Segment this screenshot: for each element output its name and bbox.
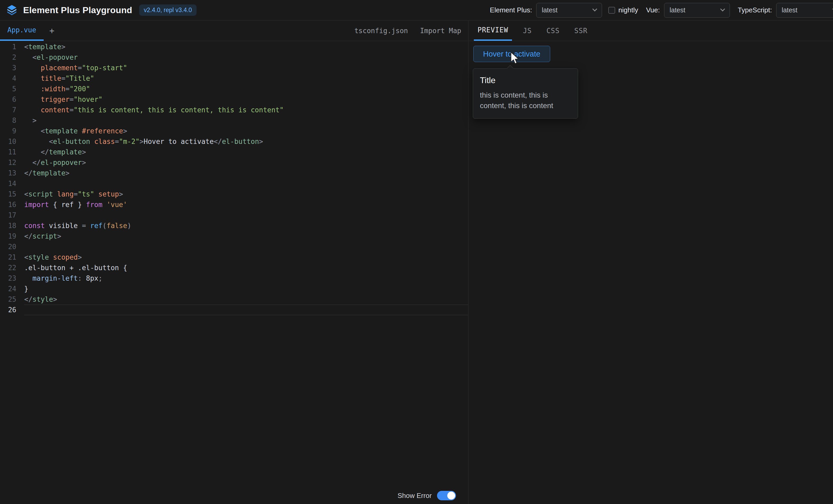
code-token: ; <box>98 274 103 282</box>
header: Element Plus Playground v2.4.0, repl v3.… <box>0 0 833 21</box>
show-error-switch[interactable] <box>437 491 456 500</box>
code-token: placement <box>41 64 78 72</box>
output-tab-ssr[interactable]: SSR <box>571 21 591 41</box>
code-token: import <box>24 201 49 209</box>
code-token <box>24 159 32 167</box>
line-number: 5 <box>0 83 16 94</box>
code-token: > <box>82 159 86 167</box>
select-value: latest <box>782 6 798 14</box>
code-token: } <box>24 285 28 293</box>
code-line-1[interactable]: <template> <box>24 42 468 52</box>
code-line-18[interactable]: const visible = ref(false) <box>24 220 468 231</box>
code-line-15[interactable]: <script lang="ts" setup> <box>24 189 468 199</box>
code-token: </ <box>24 232 32 240</box>
vue-version-select[interactable]: latest <box>664 3 730 18</box>
editor-code[interactable]: <template> <el-popover placement="top-st… <box>24 42 468 504</box>
code-token: script <box>32 232 57 240</box>
code-line-7[interactable]: content="this is content, this is conten… <box>24 105 468 115</box>
code-line-5[interactable]: :width="200" <box>24 83 468 94</box>
output-tab-preview[interactable]: PREVIEW <box>474 21 512 41</box>
code-token: const <box>24 222 45 230</box>
import-map-link[interactable]: Import Map <box>420 27 461 35</box>
nightly-toggle[interactable]: nightly <box>608 6 638 14</box>
add-file-button[interactable]: + <box>44 21 60 41</box>
code-token: </ <box>214 138 222 145</box>
line-number: 11 <box>0 147 16 157</box>
version-badge[interactable]: v2.4.0, repl v3.4.0 <box>139 4 197 16</box>
code-line-12[interactable]: </el-popover> <box>24 157 468 168</box>
code-token: > <box>57 232 61 240</box>
line-number: 25 <box>0 294 16 305</box>
line-number: 15 <box>0 189 16 199</box>
editor-gutter: 1234567891011121314151617181920212223242… <box>0 42 24 504</box>
code-line-11[interactable]: </template> <box>24 147 468 157</box>
code-line-26[interactable] <box>24 305 468 315</box>
nightly-checkbox[interactable] <box>608 7 615 14</box>
line-number: 9 <box>0 126 16 136</box>
code-line-21[interactable]: <style scoped> <box>24 252 468 263</box>
tab-app-vue[interactable]: App.vue <box>0 21 44 41</box>
code-line-2[interactable]: <el-popover <box>24 52 468 63</box>
code-token <box>78 127 82 135</box>
code-token: content <box>41 106 70 114</box>
code-line-13[interactable]: </template> <box>24 168 468 178</box>
code-token: .el-button + .el-button { <box>24 264 127 272</box>
code-line-9[interactable]: <template #reference> <box>24 126 468 136</box>
code-token: margin-left <box>32 274 78 282</box>
code-line-20[interactable] <box>24 241 468 252</box>
code-token: template <box>49 148 82 156</box>
code-line-19[interactable]: </script> <box>24 231 468 241</box>
code-token <box>24 85 41 93</box>
code-line-8[interactable]: > <box>24 115 468 126</box>
code-line-25[interactable]: </style> <box>24 294 468 305</box>
code-token: el-button <box>53 138 90 145</box>
code-line-4[interactable]: title="Title" <box>24 73 468 83</box>
output-tab-css[interactable]: CSS <box>543 21 563 41</box>
code-token: </ <box>41 148 49 156</box>
code-token: ) <box>127 222 131 230</box>
element-plus-logo-icon[interactable] <box>6 4 18 16</box>
code-token: trigger <box>41 95 70 103</box>
code-token: scoped <box>53 253 78 261</box>
typescript-version-select[interactable]: latest <box>776 3 833 18</box>
code-token: </ <box>24 295 32 303</box>
line-number: 20 <box>0 241 16 252</box>
code-line-3[interactable]: placement="top-start" <box>24 63 468 73</box>
line-number: 19 <box>0 231 16 241</box>
element-plus-version-select[interactable]: latest <box>536 3 602 18</box>
code-token <box>24 64 41 72</box>
code-token: :width <box>41 85 66 93</box>
select-value: latest <box>670 6 685 14</box>
code-line-22[interactable]: .el-button + .el-button { <box>24 263 468 273</box>
code-editor[interactable]: 1234567891011121314151617181920212223242… <box>0 41 468 504</box>
code-token <box>82 274 86 282</box>
code-token <box>24 148 41 156</box>
code-token: > <box>259 138 263 145</box>
popover-body: this is content, this is content, this i… <box>480 90 571 111</box>
code-token: setup <box>98 190 119 198</box>
code-line-14[interactable] <box>24 178 468 189</box>
line-number: 18 <box>0 220 16 231</box>
code-token: "this is content, this is content, this … <box>74 106 284 114</box>
code-line-24[interactable]: } <box>24 284 468 294</box>
hover-to-activate-button[interactable]: Hover to activate <box>473 46 550 62</box>
code-token: > <box>32 117 37 124</box>
code-line-6[interactable]: trigger="hover" <box>24 94 468 105</box>
code-line-17[interactable] <box>24 210 468 220</box>
output-tab-js[interactable]: JS <box>519 21 536 41</box>
select-value: latest <box>542 6 557 14</box>
code-token: = <box>69 106 74 114</box>
code-token: > <box>78 253 82 261</box>
code-token <box>24 95 41 103</box>
tsconfig-link[interactable]: tsconfig.json <box>354 27 408 35</box>
code-token: "hover" <box>74 95 103 103</box>
code-line-23[interactable]: margin-left: 8px; <box>24 273 468 284</box>
code-token <box>24 106 41 114</box>
code-token: > <box>139 138 144 145</box>
code-token <box>24 74 41 82</box>
line-number: 3 <box>0 63 16 73</box>
code-line-16[interactable]: import { ref } from 'vue' <box>24 199 468 210</box>
line-number: 17 <box>0 210 16 220</box>
code-token: < <box>41 127 45 135</box>
code-line-10[interactable]: <el-button class="m-2">Hover to activate… <box>24 136 468 147</box>
